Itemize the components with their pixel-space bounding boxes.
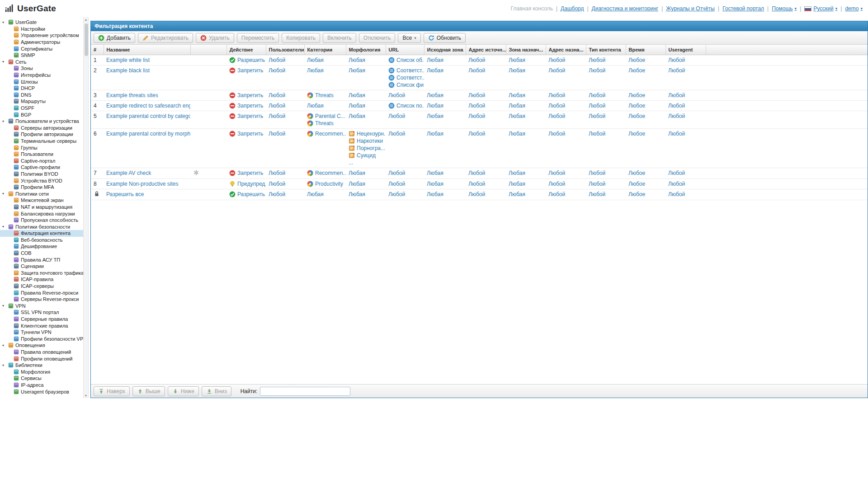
cell-value-link[interactable]: Любой (388, 191, 405, 198)
rule-name-link[interactable]: Example AV check (106, 169, 151, 177)
cell-value-link[interactable]: Любое (628, 113, 645, 120)
move-up-button[interactable]: Выше (132, 386, 165, 396)
cell-value-link[interactable]: Любое (628, 180, 645, 188)
cell-value-link[interactable]: Любая (427, 67, 443, 74)
cell-value-link[interactable]: Любая (509, 169, 525, 177)
cell-value-link[interactable]: Любой (668, 92, 685, 99)
cell-value-link[interactable]: Любая (307, 191, 324, 198)
cell-value-link[interactable]: Любой (269, 169, 285, 177)
cell-value-link[interactable]: Любая (349, 113, 365, 120)
cell-value-link[interactable]: Любой (388, 113, 405, 120)
sidebar-section-usergate[interactable]: ▾UserGate (0, 19, 83, 26)
action-link[interactable]: Запретить (237, 102, 263, 109)
sidebar-item-settings[interactable]: Настройки (0, 26, 83, 33)
sidebar-item-vpn-server-rules[interactable]: Серверные правила (0, 316, 83, 323)
rule-row[interactable]: 2Example black listЗапретитьЛюбойЛюбаяЛю… (91, 66, 868, 90)
sidebar-item-captive-portal[interactable]: Captive-портал (0, 157, 83, 164)
sidebar-item-auth-servers[interactable]: Серверы авторизации (0, 125, 83, 131)
column-header[interactable]: # (91, 45, 104, 55)
cell-value-link[interactable]: Любой (668, 67, 685, 74)
sidebar-item-ospf[interactable]: OSPF (0, 105, 83, 112)
cell-value-link[interactable]: Любая (349, 67, 365, 74)
sidebar-item-dns[interactable]: DNS (0, 92, 83, 99)
sidebar-item-bandwidth[interactable]: Пропускная способность (0, 217, 83, 224)
cell-value-link[interactable]: Любой (388, 180, 405, 188)
cell-value-link[interactable]: Любой (668, 130, 685, 137)
sidebar-section-vpn[interactable]: ▾VPN (0, 303, 83, 310)
cell-value-link[interactable]: Любой (388, 169, 405, 177)
nav-link-user-menu[interactable]: demo▾ (845, 5, 863, 12)
sidebar-item-services[interactable]: Сервисы (0, 375, 83, 382)
sidebar-item-morphology[interactable]: Морфология (0, 368, 83, 375)
cell-value-link[interactable]: Любой (269, 180, 285, 188)
rule-row[interactable]: Разрешить всеРазрешитьЛюбойЛюбаяЛюбаяЛюб… (91, 189, 868, 200)
sidebar-scrollbar[interactable]: ▲ ▼ (83, 17, 89, 398)
sidebar-item-reverse-proxy-servers[interactable]: Серверы Reverse-прокси (0, 296, 83, 303)
move-down-button[interactable]: Ниже (168, 386, 199, 396)
sidebar-item-ip-addresses[interactable]: IP-адреса (0, 382, 83, 389)
cell-value-link[interactable]: Любое (628, 56, 645, 64)
cell-value-link[interactable]: Любой (589, 92, 605, 99)
sidebar-item-ssl-vpn-portal[interactable]: SSL VPN портал (0, 309, 83, 316)
cell-value-link[interactable]: Любая (349, 169, 365, 177)
cell-value-link[interactable]: Список по... (396, 102, 424, 109)
cell-value-link[interactable]: Любая (349, 92, 365, 99)
cell-value-link[interactable]: Любой (548, 67, 565, 74)
nav-link-guest-portal[interactable]: Гостевой портал (722, 5, 764, 12)
rule-row[interactable]: 6Example parental control by morph...Зап… (91, 129, 868, 168)
sidebar-section-notifications[interactable]: ▾Оповещения (0, 342, 83, 349)
sidebar-item-useragents[interactable]: Useragent браузеров (0, 388, 83, 395)
cell-value-link[interactable]: Любой (589, 191, 605, 198)
column-header[interactable]: Морфология (346, 45, 386, 55)
action-link[interactable]: Запретить (237, 169, 263, 177)
cell-value-link[interactable]: Любой (589, 169, 605, 177)
sidebar-item-administrators[interactable]: Администраторы (0, 39, 83, 46)
cell-value-link[interactable]: Любая (509, 92, 525, 99)
rule-name-link[interactable]: Example redirect to safesearch eng... (106, 102, 190, 109)
sidebar-item-decryption[interactable]: Дешифрование (0, 243, 83, 250)
cell-value-link[interactable]: Любая (427, 191, 443, 198)
move-top-button[interactable]: Наверх (94, 386, 130, 396)
action-link[interactable]: Предупред... (237, 180, 266, 188)
sidebar-section-libraries[interactable]: ▾Библиотеки (0, 362, 83, 369)
cell-value-link[interactable]: Любой (589, 180, 605, 188)
rule-name-link[interactable]: Example threats sites (106, 92, 158, 99)
scroll-up-icon[interactable]: ▲ (84, 18, 88, 21)
cell-value-link[interactable]: Любая (509, 191, 525, 198)
cell-value-link[interactable]: Любой (269, 102, 285, 109)
sidebar-item-web-security[interactable]: Веб-безопасность (0, 237, 83, 244)
cell-value-link[interactable]: Любой (468, 102, 485, 109)
cell-value-link[interactable]: ... (349, 159, 353, 166)
cell-value-link[interactable]: Любая (509, 56, 525, 64)
sidebar-item-ips[interactable]: СОВ (0, 250, 83, 257)
sidebar-item-scada-rules[interactable]: Правила АСУ ТП (0, 256, 83, 263)
cell-value-link[interactable]: Любой (468, 130, 485, 137)
cell-value-link[interactable]: Любая (509, 67, 525, 74)
sidebar-item-load-balancing[interactable]: Балансировка нагрузки (0, 210, 83, 217)
cell-value-link[interactable]: Любой (589, 130, 605, 137)
cell-value-link[interactable]: Любая (427, 92, 443, 99)
cell-value-link[interactable]: Любая (427, 130, 443, 137)
column-header[interactable]: Useragent (665, 45, 706, 55)
cell-value-link[interactable]: Любая (427, 113, 443, 120)
cell-value-link[interactable]: Любая (349, 180, 365, 188)
sidebar-item-nat-routing[interactable]: NAT и маршрутизация (0, 204, 83, 211)
sidebar-item-firewall[interactable]: Межсетевой экран (0, 197, 83, 204)
cell-value-link[interactable]: Любой (468, 56, 485, 64)
cell-value-link[interactable]: Recommen... (315, 169, 346, 177)
column-header[interactable]: Действие (226, 45, 266, 55)
cell-value-link[interactable]: Любой (589, 102, 605, 109)
cell-value-link[interactable]: Любая (427, 169, 443, 177)
cell-value-link[interactable]: Любой (589, 67, 605, 74)
column-header[interactable]: Время (626, 45, 665, 55)
cell-value-link[interactable]: Любой (548, 102, 565, 109)
cell-value-link[interactable]: Соответст... (396, 67, 424, 74)
column-header[interactable]: Зона назнач... (506, 45, 546, 55)
scrollbar-thumb[interactable] (85, 23, 88, 56)
sidebar-item-bgp[interactable]: BGP (0, 111, 83, 118)
rule-name-link[interactable]: Example parental control by catego... (106, 113, 190, 120)
cell-value-link[interactable]: Любой (548, 113, 565, 120)
cell-value-link[interactable]: Любой (269, 92, 285, 99)
sidebar-item-gateways[interactable]: Шлюзы (0, 78, 83, 85)
cell-value-link[interactable]: Любая (307, 67, 324, 74)
